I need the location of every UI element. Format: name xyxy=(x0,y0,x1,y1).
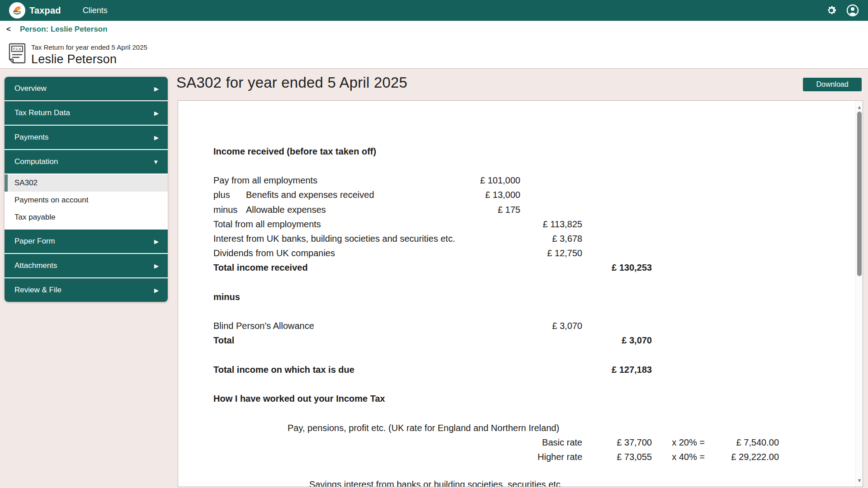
settings-gear-icon[interactable] xyxy=(826,5,837,16)
amount-cell: £ 3,070 xyxy=(178,321,582,331)
amount-cell: £ 12,750 xyxy=(178,248,582,258)
doc-row: Dividends from UK companies£ 12,750 xyxy=(178,246,855,261)
sidebar-item-label: Overview xyxy=(14,84,47,93)
sidebar-item-payments[interactable]: Payments▶ xyxy=(5,126,168,149)
doc-row: plusBenefits and expenses received£ 13,0… xyxy=(178,188,855,202)
sa302-document-content: Income received (before tax taken off)Pa… xyxy=(178,101,855,487)
chevron-right-icon: ▶ xyxy=(154,263,159,269)
account-avatar-icon[interactable] xyxy=(846,4,859,17)
sidebar-item-label: Review & File xyxy=(14,286,61,295)
back-chevron-icon[interactable]: < xyxy=(5,25,13,34)
svg-text:TAX: TAX xyxy=(13,47,22,52)
amount-cell: £ 3,678 xyxy=(178,234,582,244)
amount-cell: £ 13,000 xyxy=(178,190,520,200)
doc-label: How I have worked out your Income Tax xyxy=(213,394,385,404)
chevron-right-icon: ▶ xyxy=(154,110,159,116)
doc-row: Interest from UK banks, building societi… xyxy=(178,232,855,246)
doc-row: Total income on which tax is due£ 127,18… xyxy=(178,363,855,377)
breadcrumb: < Person: Leslie Peterson xyxy=(0,21,868,38)
amount-cell: £ 130,253 xyxy=(178,263,652,273)
amount-cell: £ 127,183 xyxy=(178,365,652,375)
submenu-item-payments-on-account[interactable]: Payments on account xyxy=(5,192,168,209)
sidebar-item-tax-return-data[interactable]: Tax Return Data▶ xyxy=(5,101,168,125)
sidebar-item-attachments[interactable]: Attachments▶ xyxy=(5,254,168,277)
scrollbar-thumb[interactable] xyxy=(857,112,862,276)
page-header: TAX Tax Return for year ended 5 April 20… xyxy=(0,38,868,69)
amount-cell: £ 175 xyxy=(178,205,520,215)
sidebar-item-paper-form[interactable]: Paper Form▶ xyxy=(5,230,168,253)
vertical-scrollbar[interactable]: ▲ ▼ xyxy=(855,101,863,487)
chevron-right-icon: ▶ xyxy=(154,287,159,293)
sidebar-item-review-file[interactable]: Review & File▶ xyxy=(5,278,168,302)
doc-row: Higher rate£ 73,055x 40% =£ 29,222.00 xyxy=(178,450,855,465)
doc-row: Income received (before tax taken off) xyxy=(178,145,855,159)
brand-name[interactable]: Taxpad xyxy=(29,5,61,16)
header-person-name: Leslie Peterson xyxy=(31,52,147,66)
taxpad-logo-icon[interactable] xyxy=(9,2,25,19)
submenu-item-sa302[interactable]: SA302 xyxy=(5,174,168,192)
chevron-right-icon: ▶ xyxy=(154,86,159,92)
submenu-item-tax-payable[interactable]: Tax payable xyxy=(5,209,168,226)
amount-cell: £ 29,222.00 xyxy=(178,452,779,462)
doc-row: minusAllowable expenses£ 175 xyxy=(178,203,855,217)
doc-row: Total£ 3,070 xyxy=(178,333,855,348)
doc-row: Pay from all employments£ 101,000 xyxy=(178,174,855,188)
top-bar: Taxpad Clients xyxy=(0,0,868,21)
sidebar-item-overview[interactable]: Overview▶ xyxy=(5,77,168,100)
amount-cell: £ 3,070 xyxy=(178,335,652,346)
doc-row: Basic rate£ 37,700x 20% =£ 7,540.00 xyxy=(178,436,855,450)
doc-row: Total from all employments£ 113,825 xyxy=(178,217,855,232)
chevron-right-icon: ▶ xyxy=(154,239,159,244)
amount-cell: £ 101,000 xyxy=(178,175,520,186)
doc-row: Total income received£ 130,253 xyxy=(178,261,855,275)
sidebar-item-label: Tax Return Data xyxy=(14,108,70,117)
sidebar-nav: Overview▶Tax Return Data▶Payments▶Comput… xyxy=(5,77,168,302)
sidebar-item-label: Computation xyxy=(14,157,58,166)
sa302-document-panel: Income received (before tax taken off)Pa… xyxy=(178,100,863,487)
sidebar-item-computation[interactable]: Computation▼ xyxy=(5,150,168,174)
doc-row: minus xyxy=(178,290,855,305)
chevron-down-icon: ▼ xyxy=(153,159,159,165)
doc-label: minus xyxy=(213,292,240,302)
doc-indented-label: Savings interest from banks or building … xyxy=(309,479,563,487)
download-button[interactable]: Download xyxy=(803,78,862,91)
doc-indented-label: Pay, pensions, profit etc. (UK rate for … xyxy=(288,423,559,433)
tax-document-icon: TAX xyxy=(8,42,27,66)
doc-row: Savings interest from banks or building … xyxy=(178,478,855,487)
amount-cell: £ 7,540.00 xyxy=(178,437,779,448)
scroll-down-icon[interactable]: ▼ xyxy=(856,477,863,484)
computation-submenu: SA302Payments on accountTax payable xyxy=(5,174,168,229)
doc-row: Pay, pensions, profit etc. (UK rate for … xyxy=(178,421,855,436)
nav-clients[interactable]: Clients xyxy=(83,6,108,15)
doc-row: How I have worked out your Income Tax xyxy=(178,392,855,406)
header-subtitle: Tax Return for year ended 5 April 2025 xyxy=(31,43,147,51)
scroll-up-icon[interactable]: ▲ xyxy=(856,103,863,111)
doc-label: Income received (before tax taken off) xyxy=(213,146,376,157)
doc-row: Blind Person's Allowance£ 3,070 xyxy=(178,319,855,333)
sidebar-item-label: Paper Form xyxy=(14,237,55,246)
chevron-right-icon: ▶ xyxy=(154,135,159,141)
amount-cell: £ 113,825 xyxy=(178,219,582,230)
page-title: SA302 for year ended 5 April 2025 xyxy=(176,74,407,91)
sidebar-item-label: Payments xyxy=(14,133,49,142)
sidebar-item-label: Attachments xyxy=(14,261,57,270)
breadcrumb-person-link[interactable]: Person: Leslie Peterson xyxy=(20,25,108,34)
